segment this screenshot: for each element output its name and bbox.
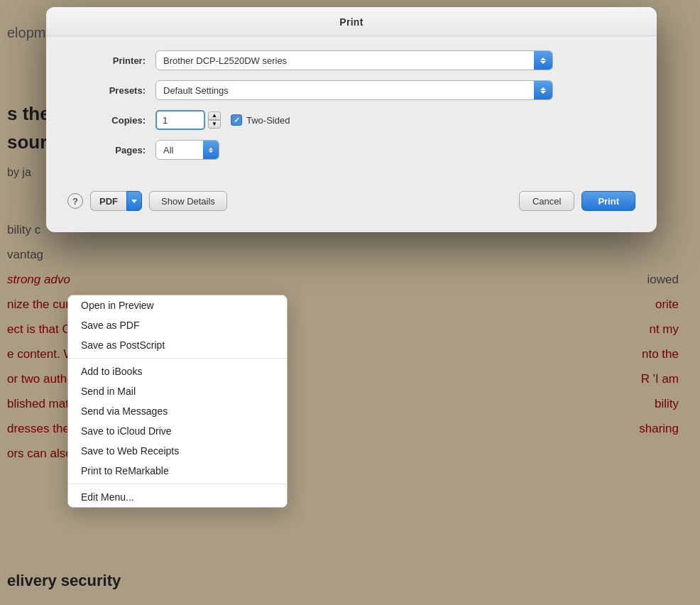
presets-arrow-up-icon	[540, 87, 546, 90]
pages-select-wrapper: All	[155, 140, 219, 160]
presets-select-wrapper: Default Settings	[155, 80, 553, 100]
copies-label: Copies:	[89, 115, 146, 126]
dialog-titlebar: Print	[46, 7, 657, 36]
dialog-body: Printer: Brother DCP-L2520DW series Pres…	[46, 36, 657, 184]
menu-item-print-remarkable[interactable]: Print to ReMarkable	[68, 461, 287, 481]
pages-arrow-up-icon	[209, 148, 213, 150]
dialog-title: Print	[339, 16, 363, 28]
menu-item-send-messages[interactable]: Send via Messages	[68, 401, 287, 421]
menu-item-save-postscript[interactable]: Save as PostScript	[68, 335, 287, 355]
print-button[interactable]: Print	[581, 191, 635, 211]
two-sided-text: Two-Sided	[246, 115, 290, 126]
pdf-dropdown-button[interactable]	[126, 191, 142, 211]
copies-decrement-button[interactable]: ▼	[208, 120, 221, 129]
pages-spinner[interactable]	[203, 141, 219, 159]
copies-increment-button[interactable]: ▲	[208, 111, 221, 120]
menu-item-save-receipts[interactable]: Save to Web Receipts	[68, 441, 287, 461]
printer-arrow-down-icon	[540, 61, 546, 64]
menu-item-add-ibooks[interactable]: Add to iBooks	[68, 361, 287, 381]
presets-spinner[interactable]	[534, 81, 552, 99]
menu-separator-2	[68, 484, 287, 484]
printer-spinner[interactable]	[534, 51, 552, 70]
pdf-group: PDF	[90, 191, 142, 211]
print-dialog: Print Printer: Brother DCP-L2520DW serie…	[46, 7, 657, 232]
pdf-dropdown-arrow-icon	[131, 200, 137, 203]
pdf-dropdown-menu: Open in Preview Save as PDF Save as Post…	[67, 295, 288, 508]
menu-item-open-preview[interactable]: Open in Preview	[68, 295, 287, 315]
menu-item-send-mail[interactable]: Send in Mail	[68, 381, 287, 401]
menu-item-save-pdf[interactable]: Save as PDF	[68, 315, 287, 335]
pages-arrow-down-icon	[209, 151, 213, 153]
printer-arrow-up-icon	[540, 58, 546, 60]
printer-row: Printer: Brother DCP-L2520DW series	[89, 50, 614, 70]
cancel-button[interactable]: Cancel	[519, 191, 574, 211]
printer-label: Printer:	[89, 55, 146, 66]
printer-select-wrapper: Brother DCP-L2520DW series	[155, 50, 553, 70]
copies-row: Copies: ▲ ▼ Two-Sided	[89, 110, 614, 130]
pages-row: Pages: All	[89, 140, 614, 160]
menu-separator-1	[68, 358, 287, 359]
two-sided-label[interactable]: Two-Sided	[231, 114, 290, 126]
presets-arrow-down-icon	[540, 91, 546, 94]
pdf-button[interactable]: PDF	[90, 191, 126, 211]
presets-label: Presets:	[89, 85, 146, 96]
menu-item-save-icloud[interactable]: Save to iCloud Drive	[68, 421, 287, 441]
pages-label: Pages:	[89, 145, 146, 156]
show-details-button[interactable]: Show Details	[149, 191, 227, 211]
presets-select[interactable]: Default Settings	[155, 80, 553, 100]
copies-stepper[interactable]: ▲ ▼	[208, 111, 221, 129]
two-sided-checkbox[interactable]	[231, 114, 242, 126]
printer-select[interactable]: Brother DCP-L2520DW series	[155, 50, 553, 70]
copies-input[interactable]	[155, 110, 205, 130]
presets-row: Presets: Default Settings	[89, 80, 614, 100]
buttons-row: ? PDF Show Details Cancel Print	[46, 191, 657, 211]
help-button[interactable]: ?	[67, 193, 83, 209]
menu-item-edit-menu[interactable]: Edit Menu...	[68, 487, 287, 507]
